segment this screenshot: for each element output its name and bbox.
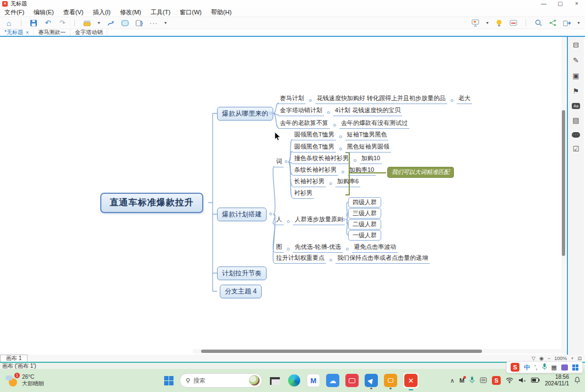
presentation-icon[interactable] bbox=[471, 19, 480, 28]
collapse-dot[interactable] bbox=[287, 248, 290, 251]
zoom-in-button[interactable]: + bbox=[571, 356, 573, 361]
more-dropdown-icon[interactable]: ▼ bbox=[164, 21, 167, 25]
topic[interactable]: 4计划 花钱速度快的宝贝 bbox=[333, 106, 402, 116]
collapse-dot[interactable] bbox=[285, 160, 288, 163]
share-icon[interactable] bbox=[548, 19, 557, 28]
topic[interactable]: 老大 bbox=[457, 94, 472, 104]
relationship-icon[interactable] bbox=[106, 19, 115, 28]
topic[interactable]: 短袖T恤男黑色 bbox=[345, 130, 389, 140]
branch-plan-build[interactable]: 爆款计划搭建 bbox=[217, 208, 267, 221]
cloud-app-icon[interactable]: ☁ bbox=[326, 374, 339, 387]
battery-icon[interactable] bbox=[531, 377, 540, 384]
topic[interactable]: 加购率6 bbox=[335, 177, 360, 187]
outline-icon[interactable]: ⊟ bbox=[572, 41, 581, 49]
topic-level1[interactable]: 一级人群 bbox=[348, 230, 381, 241]
collapse-dot[interactable] bbox=[346, 248, 349, 251]
sogou-s-icon[interactable]: S bbox=[511, 363, 519, 372]
topic-person[interactable]: 人 bbox=[274, 215, 284, 225]
menu-tools[interactable]: 工具(T) bbox=[150, 8, 170, 17]
wifi-icon[interactable] bbox=[506, 377, 513, 384]
topic[interactable]: 圆领黑色T恤男 bbox=[292, 130, 336, 140]
mic-icon[interactable] bbox=[542, 362, 547, 372]
collapse-dot[interactable] bbox=[329, 182, 332, 185]
collapse-dot[interactable] bbox=[354, 159, 356, 162]
close-button[interactable]: × bbox=[568, 0, 585, 8]
camera-app-icon[interactable] bbox=[384, 374, 397, 387]
topic[interactable]: 去年的老款算不算 bbox=[278, 119, 330, 129]
save-icon[interactable] bbox=[29, 19, 38, 28]
topic[interactable]: 撞色条纹长袖衬衫男 bbox=[292, 154, 350, 164]
topic[interactable]: 条纹长袖衬衫男 bbox=[292, 166, 338, 176]
microphone-icon[interactable] bbox=[469, 376, 475, 385]
redo-icon[interactable]: ↷ bbox=[58, 19, 67, 28]
tab-close-icon[interactable]: × bbox=[26, 30, 29, 35]
tab-saima[interactable]: 赛马测款一 bbox=[34, 29, 71, 36]
topic[interactable]: 长袖衬衫男 bbox=[292, 177, 326, 187]
menu-edit[interactable]: 编辑(E) bbox=[34, 8, 54, 17]
task-icon[interactable]: ☑ bbox=[572, 145, 581, 153]
branch-source[interactable]: 爆款从哪里来的 bbox=[217, 107, 273, 121]
topic-level4[interactable]: 四级人群 bbox=[348, 197, 381, 208]
presentation-dropdown-icon[interactable]: ▼ bbox=[485, 21, 489, 25]
topic[interactable]: 衬衫男 bbox=[292, 189, 314, 199]
maximize-button[interactable]: ▢ bbox=[552, 0, 568, 8]
fit-button[interactable]: ⊡ bbox=[577, 356, 582, 361]
search-box[interactable]: ⚲ 搜索 bbox=[180, 373, 262, 388]
collapse-dot[interactable] bbox=[269, 112, 272, 115]
collapse-dot[interactable] bbox=[339, 135, 342, 138]
summary-note[interactable]: 我们可以大词精准匹配 bbox=[387, 167, 454, 178]
collapse-dot[interactable] bbox=[451, 99, 453, 102]
flag-icon[interactable]: ⚑ bbox=[572, 88, 581, 95]
weather-widget[interactable]: 1 26°C 大部晴朗 bbox=[0, 374, 83, 387]
im-notification-icon[interactable]: M bbox=[459, 377, 464, 384]
notes-icon[interactable] bbox=[509, 19, 518, 28]
export-icon[interactable] bbox=[562, 19, 571, 28]
punctuation-icon[interactable]: ’, bbox=[534, 364, 538, 371]
collapse-dot[interactable] bbox=[329, 259, 332, 262]
vertical-scrollbar-thumb[interactable] bbox=[562, 110, 565, 256]
start-icon[interactable] bbox=[164, 376, 174, 385]
topic[interactable]: 圆领黑色T恤男 bbox=[292, 143, 336, 153]
volume-muted-icon[interactable]: × bbox=[518, 377, 526, 384]
sogou-icon[interactable]: S bbox=[492, 376, 501, 385]
sheet-tab-canvas1[interactable]: 画布 1 bbox=[0, 355, 28, 362]
paintbrush-icon[interactable]: ✎ bbox=[572, 57, 581, 64]
topic[interactable]: 加购率10 bbox=[348, 166, 376, 176]
collapse-dot[interactable] bbox=[327, 111, 330, 114]
ime-icon[interactable] bbox=[480, 377, 487, 384]
arrow-app-icon[interactable] bbox=[365, 374, 378, 387]
topic[interactable]: 人群逐步放量原则 bbox=[293, 215, 345, 225]
food-icon[interactable] bbox=[249, 375, 260, 386]
topic[interactable]: 金字塔动销计划 bbox=[278, 106, 324, 116]
topic[interactable]: 去年的爆款有没有测试过 bbox=[339, 119, 409, 129]
topic[interactable]: 先优选-轮播-优选 bbox=[293, 243, 343, 253]
zoom-out-button[interactable]: − bbox=[548, 356, 550, 361]
m-app-icon[interactable]: M bbox=[307, 374, 320, 387]
topic[interactable]: 避免点击率波动 bbox=[352, 243, 398, 253]
tab-untitled[interactable]: *无标题 × bbox=[0, 29, 34, 36]
collapse-dot[interactable] bbox=[269, 213, 272, 215]
menu-view[interactable]: 查看(V) bbox=[63, 8, 84, 17]
skin-icon[interactable] bbox=[561, 364, 568, 371]
red-app-icon[interactable] bbox=[345, 374, 359, 387]
collapse-dot[interactable] bbox=[333, 124, 336, 127]
marker-dropdown-icon[interactable]: ▼ bbox=[97, 21, 101, 25]
topic[interactable]: 拉升计划权重要点 bbox=[274, 254, 326, 264]
lightbulb-icon[interactable] bbox=[495, 19, 503, 28]
comment-icon[interactable]: ··· bbox=[572, 132, 580, 138]
more-icon[interactable]: ··· bbox=[149, 19, 158, 28]
font-icon[interactable]: Aa bbox=[572, 103, 580, 109]
topic-level3[interactable]: 三级人群 bbox=[348, 208, 381, 219]
chevron-up-icon[interactable]: ∧ bbox=[450, 377, 454, 384]
keyboard-icon[interactable]: ▦ bbox=[551, 364, 557, 371]
menu-insert[interactable]: 插入(I) bbox=[93, 8, 110, 17]
boundary-icon[interactable] bbox=[121, 19, 129, 28]
home-icon[interactable]: ⌂ bbox=[4, 19, 13, 28]
marker-icon[interactable] bbox=[83, 19, 91, 28]
vertical-scrollbar-track[interactable] bbox=[561, 37, 566, 353]
export-dropdown-icon[interactable]: ▼ bbox=[577, 21, 581, 25]
filter-icon[interactable]: ▽ bbox=[532, 356, 535, 361]
topic[interactable]: 黑色短袖男圆领 bbox=[345, 143, 391, 153]
branch-rhythm[interactable]: 计划拉升节奏 bbox=[217, 266, 267, 280]
lang-icon[interactable]: 中 bbox=[524, 363, 530, 372]
